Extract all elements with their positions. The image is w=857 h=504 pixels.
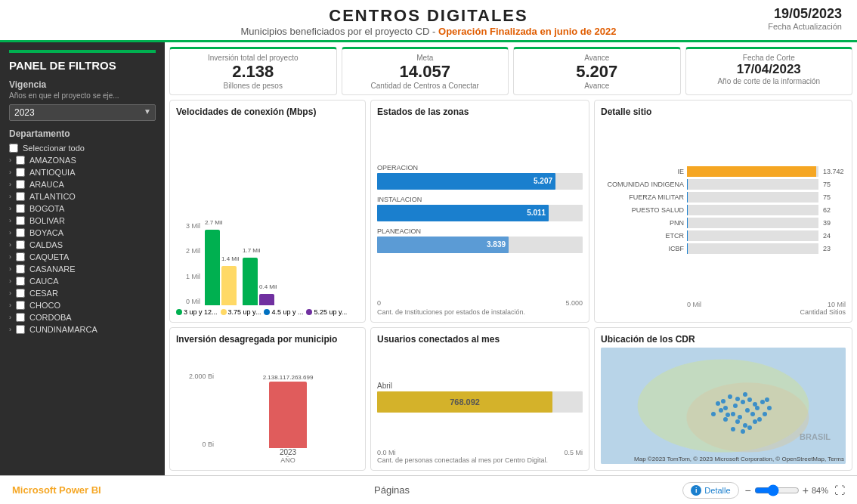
dept-checkbox-2[interactable] xyxy=(16,168,25,177)
zoom-plus-button[interactable]: + xyxy=(803,484,809,496)
dept-checkbox-12[interactable] xyxy=(16,289,25,298)
main-container: CENTROS DIGITALES Municipios beneficiado… xyxy=(0,0,857,504)
info-icon: i xyxy=(691,485,701,496)
dept-chevron-7[interactable]: › xyxy=(9,229,11,237)
dept-chevron-14[interactable]: › xyxy=(9,314,11,321)
detalle-note: Cantidad Sitios xyxy=(601,308,846,316)
dept-checkbox-13[interactable] xyxy=(16,301,25,310)
zoom-value: 84% xyxy=(812,486,828,495)
dept-label-10: CASANARE xyxy=(29,264,76,274)
dept-chevron-6[interactable]: › xyxy=(9,217,11,224)
map-dot-3 xyxy=(733,404,738,408)
vel-group-2: 1.7 Mil 0.4 Mil xyxy=(243,258,274,305)
dept-label-14: CORDOBA xyxy=(29,313,72,322)
sidebar-dept-item-4: ›ATLANTICO xyxy=(9,190,156,203)
dept-checkbox-8[interactable] xyxy=(16,240,25,249)
mapa-chart: Ubicación de los CDR Map ©2023 TomTom, ©… xyxy=(594,327,852,471)
dept-chevron-13[interactable]: › xyxy=(9,301,11,309)
zoom-slider[interactable] xyxy=(754,484,800,496)
dept-checkbox-3[interactable] xyxy=(16,180,25,189)
estado-bar-val-1: 5.011 xyxy=(527,209,546,217)
detalle-lbl-2: FUERZA MILITAR xyxy=(601,193,684,201)
dept-chevron-9[interactable]: › xyxy=(9,253,11,261)
dept-checkbox-4[interactable] xyxy=(16,192,25,201)
dept-label-9: CAQUETA xyxy=(29,252,69,261)
dept-label-6: BOLIVAR xyxy=(29,216,65,225)
detalle-bar-row-4: PNN 39 xyxy=(601,218,846,228)
sidebar-dept-item-11: ›CAUCA xyxy=(9,275,156,287)
dept-checkbox-5[interactable] xyxy=(16,204,25,213)
detalle-bar-val-0: 13.742 xyxy=(823,168,846,175)
dept-label-12: CESAR xyxy=(29,289,58,298)
estado-bar-bg-0: 5.207 xyxy=(377,173,583,190)
dept-checkbox-11[interactable] xyxy=(16,277,25,286)
footer: Microsoft Power BI Páginas i Detalle − +… xyxy=(0,475,857,504)
dept-chevron-12[interactable]: › xyxy=(9,289,11,297)
map-note: Map ©2023 TomTom, © 2023 Microsoft Corpo… xyxy=(634,456,844,462)
dept-chevron-2[interactable]: › xyxy=(9,169,11,176)
footer-right: i Detalle − + 84% ⛶ xyxy=(682,482,845,499)
dept-label-0: Seleccionar todo xyxy=(23,144,85,153)
detalle-bar-bg-5 xyxy=(687,230,818,241)
dept-label-11: CAUCA xyxy=(29,277,59,286)
dept-chevron-5[interactable]: › xyxy=(9,205,11,212)
inv-year-label: AÑO xyxy=(217,456,359,464)
dept-checkbox-15[interactable] xyxy=(16,325,25,334)
dept-checkbox-7[interactable] xyxy=(16,228,25,237)
detalle-bar-row-2: FUERZA MILITAR 75 xyxy=(601,192,846,203)
dept-label-8: CALDAS xyxy=(29,240,63,249)
vel-bar-2a: 1.7 Mil xyxy=(243,258,258,305)
fullscreen-icon[interactable]: ⛶ xyxy=(834,484,845,496)
header-subtitle: Municipios beneficiados por el proyecto … xyxy=(15,26,842,37)
dept-label-15: CUNDINAMARCA xyxy=(29,325,97,334)
sidebar-dept-item-14: ›CORDOBA xyxy=(9,311,156,323)
map-dot-27 xyxy=(711,412,716,416)
dept-chevron-10[interactable]: › xyxy=(9,265,11,273)
charts-row-top: Velocidades de conexión (Mbps) 3 Mil2 Mi… xyxy=(169,100,852,323)
estados-chart: Estados de las zonas OPERACION 5.207 INS… xyxy=(370,100,589,323)
sidebar: PANEL DE FILTROS Vigencia Años en que el… xyxy=(0,42,165,475)
sidebar-dept-item-7: ›BOYACA xyxy=(9,227,156,239)
dept-chevron-1[interactable]: › xyxy=(9,156,11,164)
usuario-bar-bg-0: 768.092 xyxy=(377,391,583,413)
map-dot-14 xyxy=(760,400,765,404)
dept-chevron-15[interactable]: › xyxy=(9,326,11,333)
usuario-bar-row-0: Abril 768.092 xyxy=(377,382,583,413)
kpi-meta: Meta 14.057 Cantidad de Centros a Conect… xyxy=(342,47,509,95)
usuario-bar-val-0: 768.092 xyxy=(450,397,480,407)
dept-chevron-4[interactable]: › xyxy=(9,193,11,200)
dept-checkbox-1[interactable] xyxy=(16,156,25,165)
map-dot-21 xyxy=(743,423,747,428)
map-dot-25 xyxy=(741,429,745,434)
usuarios-chart: Usuarios conectados al mes Abril 768.092… xyxy=(370,327,589,471)
dept-checkbox-14[interactable] xyxy=(16,313,25,322)
sidebar-dept-item-6: ›BOLIVAR xyxy=(9,215,156,227)
estado-label-1: INSTALACION xyxy=(377,196,583,203)
dept-checkbox-10[interactable] xyxy=(16,264,25,274)
detalle-bar-fill-0 xyxy=(687,166,816,177)
detalle-button[interactable]: i Detalle xyxy=(682,482,738,499)
dept-checkbox-9[interactable] xyxy=(16,252,25,261)
dept-chevron-3[interactable]: › xyxy=(9,181,11,188)
brand-label[interactable]: Microsoft Power BI xyxy=(12,484,101,496)
dept-checkbox-0[interactable] xyxy=(9,144,18,153)
detalle-bars: IE 13.742 COMUNIDAD INDIGENA 75 FUERZA M… xyxy=(601,120,846,299)
vel-bar-1b: 1.4 Mil xyxy=(221,266,237,305)
dept-chevron-8[interactable]: › xyxy=(9,241,11,249)
estado-label-2: PLANEACION xyxy=(377,227,583,235)
vigencia-hint: Años en que el proyecto se eje... xyxy=(9,91,156,100)
vigencia-select[interactable]: 2023 2022 2021 xyxy=(9,104,156,121)
dept-chevron-11[interactable]: › xyxy=(9,277,11,285)
detalle-lbl-3: PUESTO SALUD xyxy=(601,206,684,214)
zoom-control: − + 84% xyxy=(745,484,828,496)
detalle-bar-row-1: COMUNIDAD INDIGENA 75 xyxy=(601,179,846,190)
estado-bar-val-2: 3.839 xyxy=(487,240,506,249)
vel-bar-2b: 0.4 Mil xyxy=(259,294,274,305)
zoom-minus-button[interactable]: − xyxy=(745,484,751,496)
vel-bars-container: 2.7 Mil 1.4 Mil 1.7 Mil xyxy=(205,222,359,305)
detalle-bar-fill-3 xyxy=(687,205,688,215)
detalle-bar-val-6: 23 xyxy=(823,245,846,252)
detalle-bar-row-3: PUESTO SALUD 62 xyxy=(601,205,846,215)
content-area: Inversión total del proyecto 2.138 Billo… xyxy=(165,42,857,475)
dept-checkbox-6[interactable] xyxy=(16,216,25,225)
